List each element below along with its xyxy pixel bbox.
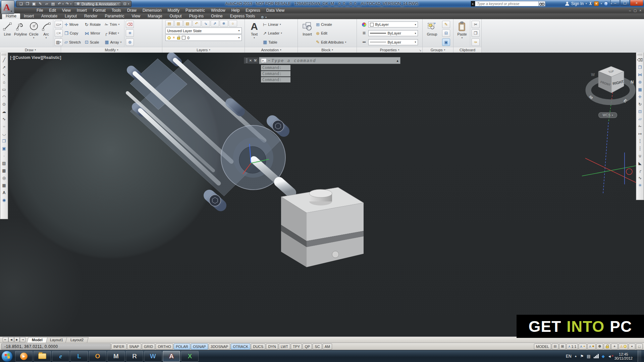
- drag-grip-icon[interactable]: [246, 58, 248, 63]
- first-layout-button[interactable]: [3, 337, 8, 342]
- explode-button[interactable]: [126, 29, 134, 37]
- make-block-tool-icon[interactable]: [1, 145, 7, 152]
- circle-tool-icon[interactable]: [1, 101, 7, 108]
- undo-dropdown-arrow[interactable]: [62, 3, 64, 5]
- layer-properties-button[interactable]: [165, 20, 174, 27]
- compass-north[interactable]: N: [631, 79, 634, 84]
- text-dropdown-arrow[interactable]: [254, 37, 255, 39]
- fillet-tool-icon[interactable]: [637, 167, 643, 174]
- panel-label-annotation[interactable]: Annotation: [245, 47, 298, 53]
- fillet-button[interactable]: Fillet: [103, 31, 123, 36]
- layer-match-button[interactable]: [174, 20, 183, 27]
- blend-curves-tool-icon[interactable]: [637, 175, 643, 181]
- array-tool-icon[interactable]: [637, 86, 643, 93]
- paste-dropdown-arrow[interactable]: [462, 37, 463, 39]
- array-button[interactable]: Array: [103, 40, 123, 44]
- qat-customize-arrow[interactable]: [128, 3, 129, 5]
- taskbar-revit[interactable]: [126, 351, 143, 362]
- menu-data-view[interactable]: Data View: [263, 8, 287, 13]
- save-icon[interactable]: [31, 1, 37, 7]
- scale-tool-icon[interactable]: [637, 108, 643, 115]
- layer-unisolate-button[interactable]: [193, 20, 201, 27]
- application-menu-button[interactable]: A ▾: [1, 0, 14, 14]
- circle-button[interactable]: Circle: [28, 20, 40, 47]
- next-layout-button[interactable]: [14, 337, 20, 342]
- revision-cloud-tool-icon[interactable]: [1, 108, 7, 115]
- toggle-grid[interactable]: GRID: [142, 344, 155, 350]
- tab-home[interactable]: Home: [2, 13, 20, 19]
- object-color-dropdown[interactable]: ByLayer: [368, 21, 418, 27]
- clevis-bracket[interactable]: [281, 187, 364, 267]
- text-button[interactable]: A Text: [247, 20, 262, 47]
- stretch-tool-icon[interactable]: [637, 116, 643, 122]
- group-selection-toggle[interactable]: [442, 39, 450, 46]
- layer-on-button[interactable]: [229, 20, 237, 27]
- toggle-am[interactable]: AM: [323, 344, 332, 350]
- construction-line-tool-icon[interactable]: [1, 64, 7, 71]
- taskbar-excel[interactable]: [181, 351, 199, 362]
- annotation-visibility-button[interactable]: [579, 344, 587, 350]
- quick-view-drawings-button[interactable]: [559, 344, 566, 350]
- arc-tool-icon[interactable]: [1, 94, 7, 100]
- table-button[interactable]: Table: [263, 40, 282, 44]
- menu-dimension[interactable]: Dimension: [140, 8, 165, 13]
- polygon-tool-icon[interactable]: [1, 79, 7, 85]
- move-tool-icon[interactable]: [637, 94, 643, 100]
- taskbar-word[interactable]: [144, 351, 162, 362]
- model-space-button[interactable]: MODEL: [534, 344, 551, 350]
- save-as-icon[interactable]: [38, 1, 43, 7]
- compass-west[interactable]: W: [591, 72, 595, 77]
- command-expand-arrow[interactable]: [397, 59, 398, 62]
- explode-tool-icon[interactable]: [637, 182, 643, 189]
- mirror-tool-icon[interactable]: [637, 71, 643, 78]
- language-indicator[interactable]: EN: [566, 354, 572, 359]
- arc-dropdown-arrow[interactable]: [46, 37, 47, 39]
- wrench-customize-icon[interactable]: [254, 59, 257, 62]
- create-block-button[interactable]: Create: [316, 22, 346, 27]
- mdi-minimize-button[interactable]: [629, 9, 631, 12]
- copy-clip-button[interactable]: [472, 29, 480, 37]
- status-overflow-button[interactable]: [629, 344, 635, 350]
- panel-label-draw[interactable]: Draw: [0, 47, 61, 53]
- menu-edit[interactable]: Edit: [46, 8, 59, 13]
- rotate-tool-icon[interactable]: [637, 101, 643, 108]
- clipboard-tray-icon[interactable]: [587, 354, 590, 359]
- move-button[interactable]: Move: [63, 22, 83, 27]
- ribbon-state-button[interactable]: [261, 15, 267, 19]
- toggle-otrack[interactable]: OTRACK: [231, 344, 250, 350]
- offset-button[interactable]: [126, 39, 134, 46]
- arc-button[interactable]: Arc: [41, 20, 52, 47]
- toggle-infer[interactable]: INFER: [111, 344, 126, 350]
- join-tool-icon[interactable]: [637, 153, 643, 159]
- close-command-icon[interactable]: [249, 59, 252, 62]
- search-input[interactable]: [475, 1, 538, 6]
- panel-label-modify[interactable]: Modify: [61, 47, 162, 53]
- taskbar-internet-explorer[interactable]: [52, 351, 69, 362]
- workspace-switcher[interactable]: Drafting & Annotation: [74, 1, 121, 7]
- menu-window[interactable]: Window: [208, 8, 228, 13]
- taskbar-autocad[interactable]: [163, 351, 180, 362]
- offset-tool-icon[interactable]: [637, 79, 643, 85]
- polyline-button[interactable]: Polyline: [14, 20, 27, 47]
- tab-insert[interactable]: Insert: [20, 13, 38, 19]
- boundary-tool-icon[interactable]: [1, 197, 7, 203]
- toggle-3dosnap[interactable]: 3DOSNAP: [209, 344, 230, 350]
- quick-view-layouts-button[interactable]: [552, 344, 558, 350]
- binoculars-search-icon[interactable]: [539, 1, 545, 6]
- menu-express[interactable]: Express: [243, 8, 263, 13]
- hardware-acceleration-button[interactable]: [611, 344, 618, 350]
- linear-button[interactable]: Linear: [263, 22, 282, 27]
- command-line[interactable]: >_ Type a command: [244, 57, 400, 64]
- rectangle-tool-icon[interactable]: [1, 86, 7, 93]
- mirror-button[interactable]: Mirror: [83, 31, 102, 36]
- qat-monitor-icon[interactable]: [122, 1, 127, 7]
- point-tool-icon[interactable]: [1, 153, 7, 159]
- copy-button[interactable]: Copy: [63, 31, 83, 36]
- stretch-button[interactable]: Stretch: [63, 40, 83, 44]
- edit-block-button[interactable]: Edit: [316, 31, 346, 36]
- command-line-handle[interactable]: [244, 57, 259, 64]
- toolbar-lock-button[interactable]: [604, 344, 610, 350]
- redo-icon[interactable]: [65, 1, 70, 7]
- toggle-snap[interactable]: SNAP: [127, 344, 141, 350]
- toggle-ducs[interactable]: DUCS: [251, 344, 265, 350]
